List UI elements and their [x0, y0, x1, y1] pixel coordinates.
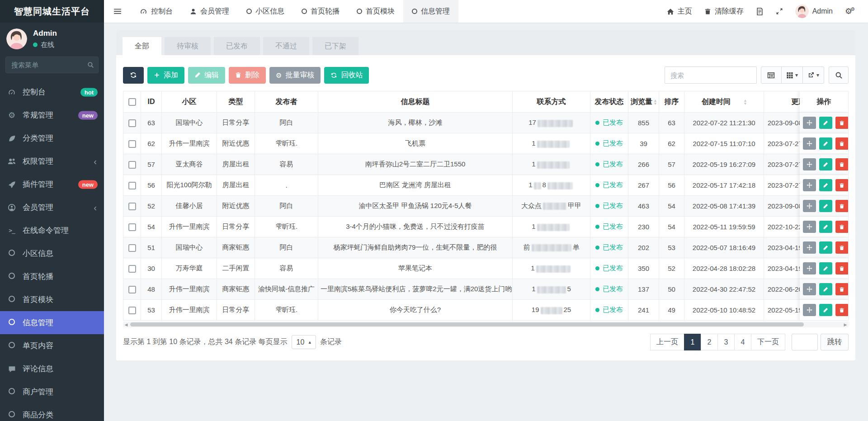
edit-row-button[interactable] — [819, 200, 832, 212]
sidebar-item-online-command[interactable]: >_ 在线命令管理 — [0, 219, 104, 242]
jump-button[interactable]: 跳转 — [821, 334, 849, 350]
sidebar-item-member[interactable]: 会员管理 ‹ — [0, 196, 104, 219]
sidebar-item-general[interactable]: ⚙ 常规管理 new — [0, 104, 104, 127]
jump-page-input[interactable] — [792, 334, 818, 350]
export-button[interactable]: ▾ — [802, 66, 824, 84]
user-menu[interactable]: Admin — [795, 5, 833, 18]
document-icon[interactable] — [756, 8, 764, 15]
edit-row-button[interactable] — [819, 283, 832, 295]
delete-row-button[interactable] — [835, 179, 849, 191]
hamburger-menu-icon[interactable] — [104, 0, 131, 23]
table-search-input[interactable] — [665, 66, 757, 84]
horizontal-scrollbar[interactable]: ◀ ▶ — [123, 322, 849, 327]
navtab-member[interactable]: 会员管理 — [181, 0, 238, 23]
row-checkbox[interactable] — [128, 307, 136, 314]
row-checkbox[interactable] — [128, 265, 136, 273]
sidebar-item-merchant[interactable]: 商户管理 — [0, 380, 104, 403]
row-checkbox[interactable] — [128, 182, 136, 189]
navtab-home-carousel[interactable]: 首页轮播 — [293, 0, 348, 23]
search-button[interactable] — [829, 66, 849, 84]
refresh-button[interactable] — [123, 67, 144, 84]
detail-view-button[interactable] — [761, 66, 782, 84]
clear-cache-link[interactable]: 清除缓存 — [704, 7, 744, 16]
edit-row-button[interactable] — [819, 158, 832, 170]
edit-row-button[interactable] — [819, 137, 832, 150]
delete-row-button[interactable] — [835, 262, 849, 274]
delete-row-button[interactable] — [835, 304, 849, 316]
sidebar-item-info-management[interactable]: 信息管理 — [0, 311, 104, 334]
navtab-info-management[interactable]: 信息管理 — [403, 0, 458, 23]
page-button-4[interactable]: 4 — [734, 334, 751, 350]
delete-row-button[interactable] — [835, 221, 849, 233]
batch-audit-button[interactable]: ⚙批量审核 — [269, 67, 321, 84]
navtab-home-module[interactable]: 首页模块 — [348, 0, 403, 23]
edit-row-button[interactable] — [819, 262, 832, 274]
scroll-left-icon[interactable]: ◀ — [123, 322, 129, 327]
select-all-checkbox[interactable] — [128, 98, 136, 106]
delete-row-button[interactable] — [835, 283, 849, 295]
sidebar-item-home-module[interactable]: 首页模块 — [0, 288, 104, 311]
edit-row-button[interactable] — [819, 117, 832, 129]
delete-row-button[interactable] — [835, 241, 849, 254]
page-button-1[interactable]: 1 — [684, 334, 701, 350]
add-button[interactable]: 添加 — [147, 67, 184, 84]
edit-button[interactable]: 编辑 — [188, 67, 225, 84]
delete-button[interactable]: 删除 — [229, 67, 266, 84]
page-size-select[interactable]: 10▴ — [292, 335, 316, 349]
delete-row-button[interactable] — [835, 158, 849, 170]
drag-row-button[interactable] — [803, 200, 816, 212]
recycle-bin-button[interactable]: 回收站 — [324, 67, 369, 84]
sidebar-item-category[interactable]: 分类管理 — [0, 127, 104, 150]
delete-row-button[interactable] — [835, 117, 849, 129]
next-page-button[interactable]: 下一页 — [751, 334, 785, 350]
edit-row-button[interactable] — [819, 241, 832, 254]
fullscreen-icon[interactable] — [776, 8, 783, 15]
edit-row-button[interactable] — [819, 221, 832, 233]
tab-all[interactable]: 全部 — [123, 37, 161, 55]
drag-row-button[interactable] — [803, 137, 816, 150]
sidebar-item-plugin[interactable]: 插件管理 new — [0, 173, 104, 196]
settings-gears-icon[interactable]: ⚙⚙ — [845, 6, 857, 16]
row-checkbox[interactable] — [128, 203, 136, 210]
sidebar-item-permission[interactable]: 权限管理 ‹ — [0, 150, 104, 173]
sidebar-search-input[interactable] — [5, 57, 99, 73]
drag-row-button[interactable] — [803, 241, 816, 254]
col-views[interactable]: 浏览量▴▾ — [628, 91, 659, 113]
scroll-right-icon[interactable]: ▶ — [842, 322, 849, 327]
row-checkbox[interactable] — [128, 140, 136, 148]
prev-page-button[interactable]: 上一页 — [650, 334, 684, 350]
navtab-dashboard[interactable]: 控制台 — [131, 0, 181, 23]
drag-row-button[interactable] — [803, 179, 816, 191]
tab-offline[interactable]: 已下架 — [312, 37, 359, 55]
page-button-3[interactable]: 3 — [717, 334, 735, 350]
sidebar-item-goods-category[interactable]: 商品分类 — [0, 403, 104, 421]
drag-row-button[interactable] — [803, 221, 816, 233]
delete-row-button[interactable] — [835, 137, 849, 150]
sidebar-item-comments[interactable]: 评论信息 — [0, 357, 104, 380]
drag-row-button[interactable] — [803, 262, 816, 274]
user-avatar[interactable] — [6, 28, 27, 49]
sidebar-item-single-page[interactable]: 单页内容 — [0, 334, 104, 357]
tab-published[interactable]: 已发布 — [214, 37, 260, 55]
row-checkbox[interactable] — [128, 286, 136, 293]
columns-toggle-button[interactable]: ▾ — [781, 66, 803, 84]
sidebar-item-community-info[interactable]: 小区信息 — [0, 242, 104, 265]
edit-row-button[interactable] — [819, 304, 832, 316]
drag-row-button[interactable] — [803, 158, 816, 170]
home-link[interactable]: 主页 — [667, 7, 692, 16]
row-checkbox[interactable] — [128, 244, 136, 252]
row-checkbox[interactable] — [128, 161, 136, 169]
tab-pending[interactable]: 待审核 — [165, 37, 211, 55]
row-checkbox[interactable] — [128, 223, 136, 231]
drag-row-button[interactable] — [803, 117, 816, 129]
sidebar-item-dashboard[interactable]: 控制台 hot — [0, 80, 104, 104]
scrollbar-thumb[interactable] — [130, 322, 804, 326]
delete-row-button[interactable] — [835, 200, 849, 212]
page-button-2[interactable]: 2 — [701, 334, 718, 350]
drag-row-button[interactable] — [803, 283, 816, 295]
row-checkbox[interactable] — [128, 119, 136, 127]
navtab-community-info[interactable]: 小区信息 — [238, 0, 293, 23]
sidebar-item-home-carousel[interactable]: 首页轮播 — [0, 265, 104, 288]
tab-rejected[interactable]: 不通过 — [263, 37, 309, 55]
drag-row-button[interactable] — [803, 304, 816, 316]
